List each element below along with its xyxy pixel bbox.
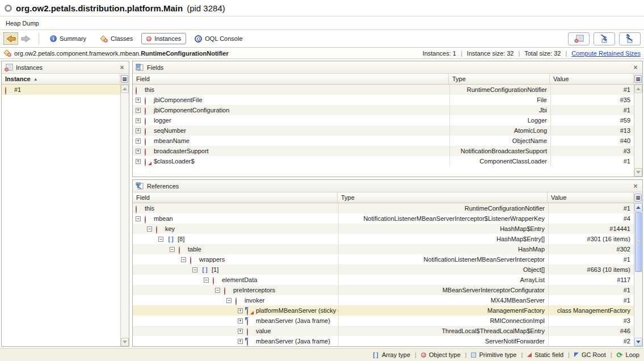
references-panel-icon (136, 182, 144, 190)
reference-row[interactable]: +mbeanServer (Java frame)RMIConnectionIm… (133, 316, 634, 326)
collapse-icon[interactable]: − (158, 237, 163, 242)
instances-list: #1 (2, 85, 120, 346)
fields-pane-button[interactable] (594, 32, 615, 45)
fields-field-column-header[interactable]: Field (133, 74, 449, 84)
collapse-icon[interactable]: − (170, 247, 175, 252)
references-value-column-header[interactable]: Value (548, 192, 633, 203)
back-button[interactable] (3, 32, 18, 45)
reference-field-name: key (165, 225, 175, 232)
reference-value-cell: #4 (548, 213, 634, 224)
field-row[interactable]: +$classLoader$ComponentClassLoader#1 (133, 156, 634, 166)
collapse-icon[interactable]: − (192, 267, 197, 272)
instance-column-header[interactable]: Instance ▲ (2, 74, 120, 84)
reference-field-cell: −preInterceptors (133, 285, 338, 295)
page-title-pid: (pid 3284) (187, 3, 225, 13)
instances-scrollbar[interactable] (120, 85, 129, 346)
scroll-up-icon[interactable] (121, 85, 129, 93)
reference-row[interactable]: −tableHashMap#302 (133, 244, 634, 254)
fields-value-column-header[interactable]: Value (550, 74, 633, 84)
collapse-icon[interactable]: − (215, 288, 220, 293)
collapse-icon[interactable]: − (136, 216, 141, 221)
expand-icon[interactable]: + (136, 149, 141, 154)
reference-field-cell: −invoker (133, 295, 338, 305)
fields-column-selector-button[interactable]: ▦ (634, 75, 642, 83)
field-row[interactable]: +loggerLogger#59 (133, 115, 634, 125)
scroll-track[interactable] (634, 212, 642, 338)
scroll-down-icon[interactable] (634, 168, 642, 177)
collapse-icon[interactable]: − (147, 226, 152, 232)
field-row[interactable]: +seqNumberAtomicLong#13 (133, 125, 634, 136)
expand-icon[interactable]: + (238, 308, 243, 313)
instance-row[interactable]: #1 (2, 85, 120, 95)
legend-item-static-field: Static field (527, 351, 563, 358)
fields-panel-icon (136, 64, 144, 72)
view-button-summary[interactable]: iSummary (45, 33, 91, 44)
fields-type-column-header[interactable]: Type (449, 74, 550, 84)
reference-row[interactable]: −wrappersNotificationListenerMBeanServer… (133, 254, 634, 265)
expand-icon[interactable]: + (238, 318, 243, 324)
compute-retained-sizes-link[interactable]: Compute Retained Sizes (571, 50, 641, 57)
tab-heap-dump[interactable]: Heap Dump (6, 20, 39, 27)
reference-row[interactable]: +valueThreadLocal$ThreadLocalMap$Entry#4… (133, 326, 634, 336)
reference-row[interactable]: −keyHashMap$Entry#14441 (133, 224, 634, 234)
instances-column-selector-button[interactable]: ▦ (121, 75, 128, 83)
references-close-icon[interactable]: × (632, 182, 639, 190)
expand-icon[interactable]: + (238, 329, 243, 334)
scroll-down-icon[interactable] (634, 338, 642, 346)
field-row[interactable]: thisRuntimeConfigurationNotifier#1 (133, 85, 634, 95)
reference-row[interactable]: −[][1]Object[]#663 (10 items) (133, 265, 634, 275)
reference-type-cell: RuntimeConfigurationNotifier (338, 203, 548, 213)
references-pane-button[interactable] (619, 32, 641, 45)
stat-value: Instance size: 32 (467, 50, 514, 57)
reference-row[interactable]: −invokerMX4JMBeanServer#1 (133, 295, 634, 305)
reference-row[interactable]: −elementDataArrayList#117 (133, 275, 634, 285)
field-row[interactable]: +jbiComponentFileFile#35 (133, 95, 634, 105)
expand-icon[interactable]: + (238, 339, 243, 344)
view-button-classes[interactable]: Classes (95, 33, 138, 45)
collapse-icon[interactable]: − (181, 257, 186, 262)
reference-field-name: this (145, 205, 154, 212)
field-row[interactable]: +jbiComponentConfigurationJbi#1 (133, 105, 634, 115)
expand-icon[interactable]: + (136, 118, 141, 123)
expand-icon[interactable]: + (136, 138, 141, 144)
fields-scrollbar[interactable] (634, 85, 642, 177)
expand-icon[interactable]: + (136, 128, 141, 133)
reference-row[interactable]: +mbeanServer (Java frame)ServerNotifForw… (133, 336, 634, 346)
expand-icon[interactable]: + (136, 98, 141, 103)
scroll-down-icon[interactable] (121, 338, 129, 346)
scroll-thumb[interactable] (635, 212, 642, 272)
reference-row[interactable]: −preInterceptorsMBeanServerInterceptorCo… (133, 285, 634, 295)
references-field-column-header[interactable]: Field (133, 192, 338, 203)
field-type-cell: NotificationBroadcasterSupport (449, 146, 550, 156)
field-row[interactable]: +broadcasterSupportNotificationBroadcast… (133, 146, 634, 156)
fields-close-icon[interactable]: × (632, 64, 639, 72)
fields-panel: Fields × Field Type Value ▦ thisRuntimeC… (132, 61, 643, 177)
expand-icon[interactable]: + (136, 108, 141, 113)
scroll-track[interactable] (634, 93, 642, 168)
field-type-cell: AtomicLong (449, 125, 550, 136)
references-column-selector-button[interactable]: ▦ (634, 194, 642, 202)
collapse-icon[interactable]: − (226, 298, 231, 303)
references-type-column-header[interactable]: Type (338, 192, 548, 203)
reference-row[interactable]: thisRuntimeConfigurationNotifier#1 (133, 203, 634, 213)
forward-button[interactable] (18, 32, 33, 45)
instances-close-icon[interactable]: × (118, 64, 126, 72)
expand-icon[interactable]: + (136, 159, 141, 164)
instances-column-header: Instance ▲ ▦ (2, 74, 129, 85)
object-circle-icon (5, 87, 6, 95)
preview-pane-button[interactable] (568, 32, 590, 45)
references-panel: References × Field Type Value ▦ thisRunt… (132, 179, 643, 347)
scroll-track[interactable] (121, 93, 129, 338)
loop-icon: ⟳ (617, 351, 623, 359)
view-button-oql-console[interactable]: QOQL Console (190, 33, 247, 45)
reference-row[interactable]: −[][8]HashMap$Entry[]#301 (16 items) (133, 234, 634, 244)
main-area: Instances × Instance ▲ ▦ #1 (0, 59, 644, 348)
scroll-up-icon[interactable] (634, 85, 642, 93)
reference-row[interactable]: +platformMBeanServer (sticky class)Manag… (133, 305, 634, 316)
scroll-up-icon[interactable] (634, 203, 642, 212)
view-button-instances[interactable]: Instances (141, 33, 186, 44)
reference-row[interactable]: −mbeanNotificationListenerMBeanServerInt… (133, 213, 634, 224)
collapse-icon[interactable]: − (204, 278, 209, 283)
references-scrollbar[interactable] (634, 203, 642, 346)
field-row[interactable]: +mbeanNameObjectName#40 (133, 136, 634, 146)
